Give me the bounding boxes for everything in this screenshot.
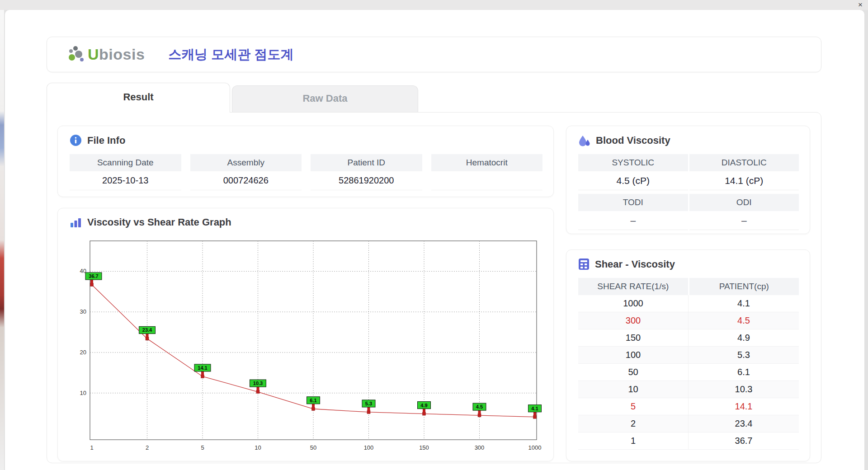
svg-text:100: 100 [364, 444, 374, 451]
info-icon [70, 134, 82, 146]
page-title: 스캐닝 모세관 점도계 [168, 46, 293, 64]
table-cell-patient: 23.4 [689, 415, 799, 432]
table-cell-shear: 50 [578, 364, 689, 381]
table-cell-shear: 10 [578, 381, 689, 398]
stat-value-odi: – [689, 211, 799, 230]
table-row: 514.1 [578, 398, 799, 415]
svg-text:150: 150 [419, 444, 429, 451]
table-cell-shear: 5 [578, 398, 689, 415]
column-header-patient: PATIENT(cp) [689, 278, 799, 295]
table-cell-patient: 4.1 [689, 295, 799, 312]
table-cell-patient: 10.3 [689, 381, 799, 398]
table-row: 3004.5 [578, 312, 799, 329]
app-header: Ubiosis 스캐닝 모세관 점도계 [47, 37, 821, 72]
table-row: 10004.1 [578, 295, 799, 312]
svg-text:20: 20 [80, 349, 86, 356]
stat-value-diastolic: 14.1 (cP) [689, 171, 799, 190]
table-row: 1005.3 [578, 347, 799, 364]
shear-viscosity-header: Shear - Viscosity [578, 258, 675, 270]
viscosity-chart: 102030401251050100150300100036.723.414.1… [70, 237, 543, 459]
section-title: Shear - Viscosity [595, 258, 675, 270]
svg-text:4.9: 4.9 [420, 403, 427, 408]
stat-label-systolic: SYSTOLIC [578, 154, 688, 171]
table-row: 223.4 [578, 415, 799, 432]
svg-text:5: 5 [201, 444, 204, 451]
table-cell-shear: 300 [578, 312, 689, 329]
file-info-field-assembly: Assembly 000724626 [190, 154, 302, 190]
svg-text:4.5: 4.5 [476, 404, 483, 409]
section-title: File Info [87, 135, 125, 146]
table-cell-patient: 4.5 [689, 312, 799, 329]
graph-header: Viscosity vs Shear Rate Graph [70, 216, 231, 228]
table-cell-patient: 5.3 [689, 347, 799, 364]
tab-result[interactable]: Result [47, 83, 230, 113]
field-value: 2025-10-13 [70, 171, 181, 190]
field-label: Scanning Date [70, 154, 181, 171]
graph-card: Viscosity vs Shear Rate Graph 1020304012… [57, 208, 554, 461]
shear-table-header: SHEAR RATE(1/s) PATIENT(cp) [578, 278, 799, 295]
shear-table-body: 10004.13004.51504.91005.3506.11010.3514.… [578, 295, 799, 450]
svg-text:300: 300 [475, 444, 485, 451]
svg-text:1: 1 [90, 444, 93, 451]
file-info-fields: Scanning Date 2025-10-13 Assembly 000724… [70, 154, 542, 190]
table-cell-shear: 2 [578, 415, 689, 432]
table-cell-patient: 14.1 [689, 398, 799, 415]
blood-viscosity-grid: SYSTOLIC DIASTOLIC 4.5 (cP) 14.1 (cP) TO… [578, 154, 799, 230]
svg-text:30: 30 [80, 308, 86, 315]
app-logo: Ubiosis [67, 45, 145, 64]
table-cell-shear: 150 [578, 329, 689, 347]
stat-label-odi: ODI [689, 194, 799, 211]
os-titlebar: × [0, 0, 868, 10]
svg-text:4.1: 4.1 [531, 406, 538, 411]
table-row: 1504.9 [578, 329, 799, 347]
file-info-field-hematocrit: Hematocrit [431, 154, 543, 190]
svg-text:14.1: 14.1 [198, 365, 207, 371]
field-value: 52861920200 [311, 171, 422, 190]
svg-text:36.7: 36.7 [89, 273, 98, 279]
table-row: 506.1 [578, 364, 799, 381]
svg-text:1000: 1000 [528, 444, 542, 451]
field-value: 000724626 [190, 171, 302, 190]
svg-text:23.4: 23.4 [142, 327, 152, 333]
background-sliver [0, 10, 4, 470]
shear-table: SHEAR RATE(1/s) PATIENT(cp) 10004.13004.… [578, 278, 799, 450]
section-title: Blood Viscosity [596, 135, 670, 146]
field-value [431, 171, 543, 190]
stat-label-diastolic: DIASTOLIC [689, 154, 799, 171]
blood-viscosity-header: Blood Viscosity [578, 134, 670, 147]
logo-text: Ubiosis [88, 46, 145, 63]
svg-text:50: 50 [310, 444, 316, 451]
table-cell-patient: 36.7 [689, 432, 799, 450]
svg-text:5.3: 5.3 [365, 401, 372, 406]
bar-chart-icon [70, 217, 82, 228]
close-icon[interactable]: × [858, 0, 863, 10]
tab-raw-data[interactable]: Raw Data [232, 85, 418, 112]
app-window: Ubiosis 스캐닝 모세관 점도계 Result Raw Data File… [5, 10, 864, 470]
svg-text:2: 2 [146, 444, 149, 451]
field-label: Patient ID [311, 154, 422, 171]
viscosity-chart-svg: 102030401251050100150300100036.723.414.1… [70, 237, 543, 457]
logo-dots-icon [67, 45, 86, 64]
blood-viscosity-card: Blood Viscosity SYSTOLIC DIASTOLIC 4.5 (… [566, 126, 810, 234]
table-cell-shear: 1000 [578, 295, 689, 312]
column-header-shear-rate: SHEAR RATE(1/s) [578, 278, 688, 295]
section-title: Viscosity vs Shear Rate Graph [87, 216, 231, 228]
svg-text:6.1: 6.1 [310, 398, 316, 403]
file-info-field-scanning-date: Scanning Date 2025-10-13 [70, 154, 181, 190]
field-label: Assembly [190, 154, 302, 171]
table-row: 1010.3 [578, 381, 799, 398]
stat-value-systolic: 4.5 (cP) [578, 171, 688, 190]
file-info-card: File Info Scanning Date 2025-10-13 Assem… [57, 126, 554, 197]
svg-text:10: 10 [255, 444, 261, 451]
stat-label-todi: TODI [578, 194, 688, 211]
calculator-icon [578, 258, 590, 270]
content-panel: File Info Scanning Date 2025-10-13 Assem… [47, 112, 821, 463]
stat-value-todi: – [578, 211, 688, 230]
table-cell-shear: 1 [578, 432, 689, 450]
table-cell-shear: 100 [578, 347, 689, 364]
table-cell-patient: 4.9 [689, 329, 799, 347]
file-info-header: File Info [70, 134, 125, 146]
svg-text:10: 10 [80, 390, 86, 396]
table-cell-patient: 6.1 [689, 364, 799, 381]
table-row: 136.7 [578, 432, 799, 450]
